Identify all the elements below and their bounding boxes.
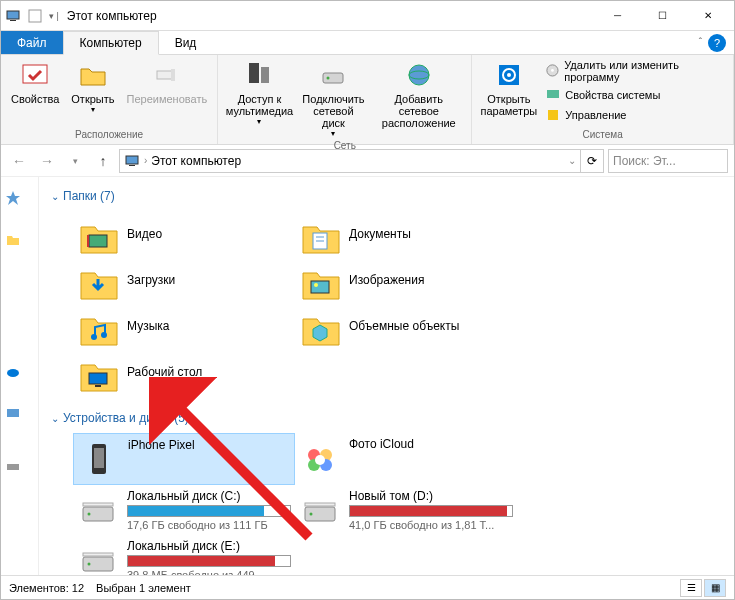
back-button[interactable]: ←: [7, 149, 31, 173]
uninstall-button[interactable]: Удалить или изменить программу: [541, 57, 729, 85]
address-bar[interactable]: › Этот компьютер ⌄: [119, 149, 581, 173]
device-icon: [77, 539, 119, 575]
device-label: Локальный диск (E:): [127, 539, 291, 553]
folder-item[interactable]: Музыка: [73, 303, 295, 349]
sidebar[interactable]: [1, 177, 39, 575]
devices-section-header[interactable]: ⌄ Устройства и диски (5): [43, 407, 730, 429]
folder-open-icon: [77, 59, 109, 91]
svg-rect-0: [7, 11, 19, 19]
svg-rect-7: [261, 67, 269, 83]
storage-bar: [127, 555, 291, 567]
device-icon: [299, 489, 341, 531]
storage-bar: [127, 505, 291, 517]
folder-item[interactable]: Изображения: [295, 257, 517, 303]
status-count: Элементов: 12: [9, 582, 84, 594]
up-button[interactable]: ↑: [91, 149, 115, 173]
tab-file[interactable]: Файл: [1, 31, 63, 54]
svg-rect-51: [83, 553, 113, 556]
svg-rect-24: [7, 464, 19, 470]
folder-icon: [299, 261, 341, 299]
details-view-button[interactable]: ☰: [680, 579, 702, 597]
device-item[interactable]: iPhone Pixel: [73, 433, 295, 485]
search-input[interactable]: Поиск: Эт...: [608, 149, 728, 173]
recent-caret[interactable]: ▾: [63, 149, 87, 173]
svg-rect-1: [10, 20, 16, 21]
device-item[interactable]: Локальный диск (E:)39,8 МБ свободно из 4…: [73, 535, 295, 575]
svg-rect-17: [547, 90, 559, 98]
device-icon: [299, 437, 341, 479]
rename-icon: [151, 59, 183, 91]
system-props-button[interactable]: Свойства системы: [541, 85, 729, 105]
device-label: Локальный диск (C:): [127, 489, 291, 503]
content-area[interactable]: ⌄ Папки (7) ВидеоДокументыЗагрузкиИзобра…: [39, 177, 734, 575]
manage-button[interactable]: Управление: [541, 105, 729, 125]
folders-section-header[interactable]: ⌄ Папки (7): [43, 185, 730, 207]
open-button[interactable]: Открыть ▾: [65, 57, 120, 116]
quick-access-icon[interactable]: [5, 190, 21, 206]
minimize-button[interactable]: ─: [595, 2, 640, 30]
qat-caret[interactable]: ▾ |: [49, 11, 59, 21]
maximize-button[interactable]: ☐: [640, 2, 685, 30]
device-item[interactable]: Фото iCloud: [295, 433, 517, 485]
svg-rect-37: [94, 448, 104, 468]
large-icons-view-button[interactable]: ▦: [704, 579, 726, 597]
svg-point-33: [101, 332, 107, 338]
folder-label: Видео: [127, 227, 162, 241]
svg-rect-34: [89, 373, 107, 384]
device-item[interactable]: Локальный диск (C:)17,6 ГБ свободно из 1…: [73, 485, 295, 535]
open-settings-button[interactable]: Открыть параметры: [476, 57, 541, 119]
tab-computer[interactable]: Компьютер: [63, 31, 159, 55]
chevron-down-icon: ▾: [91, 105, 95, 114]
device-icon: [77, 489, 119, 531]
svg-point-9: [327, 77, 330, 80]
storage-bar: [349, 505, 513, 517]
svg-rect-35: [95, 385, 101, 387]
tab-view[interactable]: Вид: [159, 31, 213, 54]
forward-button[interactable]: →: [35, 149, 59, 173]
properties-button[interactable]: Свойства: [5, 57, 65, 107]
device-label: Фото iCloud: [349, 437, 513, 451]
svg-marker-21: [6, 191, 20, 205]
status-selected: Выбран 1 элемент: [96, 582, 191, 594]
device-label: Новый том (D:): [349, 489, 513, 503]
folder-icon[interactable]: [5, 232, 21, 248]
onedrive-icon[interactable]: [5, 364, 21, 380]
folder-label: Документы: [349, 227, 411, 241]
folder-icon: [77, 261, 119, 299]
add-network-button[interactable]: Добавить сетевое расположение: [370, 57, 467, 131]
svg-rect-48: [305, 503, 335, 506]
folder-label: Загрузки: [127, 273, 175, 287]
folder-item[interactable]: Объемные объекты: [295, 303, 517, 349]
svg-rect-8: [323, 73, 343, 83]
svg-point-14: [507, 73, 511, 77]
storage-text: 17,6 ГБ свободно из 111 ГБ: [127, 519, 291, 531]
svg-rect-45: [83, 503, 113, 506]
refresh-button[interactable]: ⟳: [580, 149, 604, 173]
svg-point-31: [314, 283, 318, 287]
folder-item[interactable]: Документы: [295, 211, 517, 257]
close-button[interactable]: ✕: [685, 2, 730, 30]
folder-item[interactable]: Видео: [73, 211, 295, 257]
chevron-down-icon: ⌄: [51, 191, 59, 202]
device-icon: [78, 438, 120, 480]
pc-icon: [124, 153, 140, 169]
dropdown-icon[interactable]: [27, 8, 43, 24]
folder-item[interactable]: Загрузки: [73, 257, 295, 303]
device-item[interactable]: Новый том (D:)41,0 ГБ свободно из 1,81 Т…: [295, 485, 517, 535]
title-bar: ▾ | Этот компьютер ─ ☐ ✕: [1, 1, 734, 31]
svg-rect-3: [23, 65, 47, 83]
rename-button[interactable]: Переименовать: [121, 57, 214, 107]
network-icon[interactable]: [5, 458, 21, 474]
folder-icon: [299, 307, 341, 345]
cd-icon: [545, 63, 560, 79]
shield-icon: [545, 107, 561, 123]
map-drive-button[interactable]: Подключить сетевой диск ▾: [297, 57, 370, 140]
folder-item[interactable]: Рабочий стол: [73, 349, 295, 395]
svg-point-44: [88, 513, 91, 516]
chevron-down-icon[interactable]: ⌄: [568, 155, 576, 166]
help-button[interactable]: ?: [708, 34, 726, 52]
pc-icon[interactable]: [5, 406, 21, 422]
media-access-button[interactable]: Доступ к мультимедиа ▾: [222, 57, 297, 128]
svg-point-42: [315, 455, 325, 465]
ribbon-collapse-icon[interactable]: ˆ: [699, 37, 702, 48]
